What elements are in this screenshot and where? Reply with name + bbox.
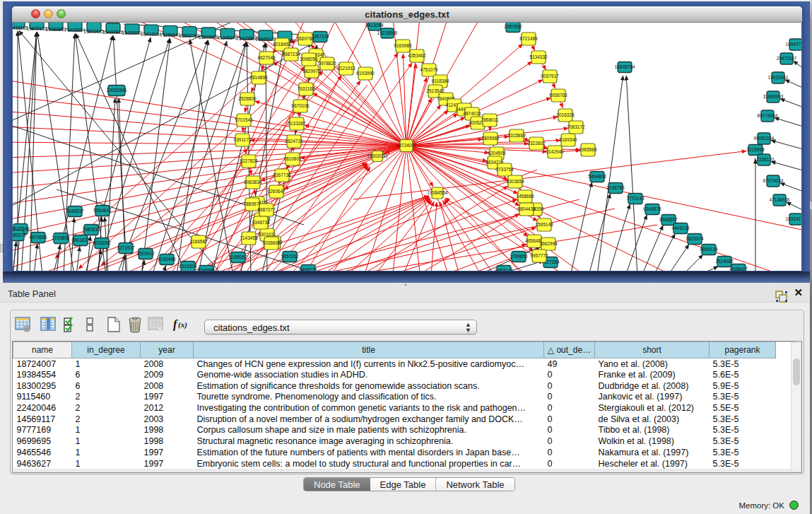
svg-text:18495931: 18495931 — [122, 30, 143, 35]
svg-text:3267736: 3267736 — [273, 173, 291, 177]
svg-text:9118384: 9118384 — [432, 78, 449, 83]
svg-text:6936763: 6936763 — [549, 93, 567, 98]
svg-text:0260647: 0260647 — [267, 189, 286, 194]
svg-text:3166587: 3166587 — [189, 239, 208, 244]
svg-text:41395376: 41395376 — [218, 35, 238, 40]
svg-text:8498776: 8498776 — [299, 267, 317, 271]
svg-text:6889373: 6889373 — [13, 233, 26, 238]
svg-text:9894134: 9894134 — [700, 247, 718, 252]
svg-text:0142940: 0142940 — [546, 149, 564, 154]
svg-text:4008427: 4008427 — [729, 267, 748, 271]
svg-text:5185067: 5185067 — [229, 255, 247, 259]
svg-text:12328120: 12328120 — [754, 157, 775, 162]
svg-text:2729806: 2729806 — [52, 235, 70, 240]
svg-text:16848784: 16848784 — [615, 64, 635, 69]
svg-text:31869993: 31869993 — [763, 94, 784, 99]
svg-text:9901627: 9901627 — [71, 238, 90, 243]
svg-text:67974034: 67974034 — [763, 178, 784, 183]
svg-text:6036690: 6036690 — [262, 240, 281, 245]
svg-text:9169985: 9169985 — [394, 43, 412, 48]
svg-text:6204505: 6204505 — [488, 151, 506, 156]
svg-text:1657262: 1657262 — [281, 254, 299, 259]
svg-text:8018451: 8018451 — [273, 42, 291, 47]
svg-text:6349578: 6349578 — [643, 206, 661, 211]
svg-text:19600133: 19600133 — [27, 26, 47, 31]
svg-text:8568557: 8568557 — [659, 217, 678, 222]
svg-text:4353462: 4353462 — [408, 53, 426, 58]
svg-text:79402654: 79402654 — [65, 28, 86, 33]
svg-text:86774964: 86774964 — [758, 113, 778, 118]
svg-text:1595148: 1595148 — [535, 222, 553, 227]
svg-text:19022941: 19022941 — [768, 75, 789, 80]
svg-text:7810801: 7810801 — [283, 156, 302, 161]
svg-text:3662994: 3662994 — [539, 241, 558, 246]
svg-text:9453147: 9453147 — [495, 268, 513, 271]
svg-text:4874016: 4874016 — [463, 111, 481, 116]
svg-text:7080531: 7080531 — [82, 227, 100, 232]
svg-text:5133387: 5133387 — [288, 121, 306, 126]
svg-text:2046537: 2046537 — [66, 209, 84, 214]
svg-text:0033092: 0033092 — [93, 240, 111, 245]
svg-text:9957773: 9957773 — [530, 253, 548, 258]
svg-text:2322602: 2322602 — [527, 141, 546, 146]
svg-text:0733754: 0733754 — [495, 167, 514, 172]
svg-text:4529912: 4529912 — [136, 251, 155, 256]
svg-text:5564641: 5564641 — [93, 208, 112, 213]
svg-text:0037917: 0037917 — [541, 74, 559, 78]
svg-text:18724007: 18724007 — [396, 143, 417, 148]
svg-text:8169340: 8169340 — [559, 137, 577, 142]
svg-text:6193990: 6193990 — [356, 71, 375, 76]
svg-text:3303654: 3303654 — [506, 179, 524, 184]
svg-text:3524082: 3524082 — [715, 259, 734, 264]
svg-text:7083172: 7083172 — [567, 124, 585, 129]
svg-text:2805982: 2805982 — [481, 136, 500, 141]
svg-text:89083863: 89083863 — [46, 27, 66, 32]
svg-text:03413164: 03413164 — [141, 32, 162, 37]
svg-text:4627048: 4627048 — [257, 55, 276, 60]
svg-text:0978820: 0978820 — [318, 61, 336, 66]
svg-text:4751079: 4751079 — [420, 67, 438, 72]
svg-text:2814893: 2814893 — [249, 75, 268, 80]
svg-text:2528809: 2528809 — [238, 96, 257, 101]
svg-text:3829973: 3829973 — [302, 69, 321, 74]
svg-text:4687234: 4687234 — [282, 52, 300, 57]
svg-text:8687277: 8687277 — [257, 207, 276, 212]
svg-text:19302033: 19302033 — [367, 153, 388, 158]
svg-text:8963834: 8963834 — [244, 180, 262, 185]
svg-text:59407816: 59407816 — [103, 30, 124, 35]
svg-text:2087652: 2087652 — [504, 24, 522, 29]
svg-text:83503056: 83503056 — [199, 35, 219, 40]
svg-text:1965569: 1965569 — [579, 147, 597, 152]
svg-text:19218506: 19218506 — [377, 30, 398, 35]
svg-text:8121913: 8121913 — [337, 66, 355, 71]
svg-text:7770143: 7770143 — [626, 196, 645, 201]
svg-text:5134332: 5134332 — [529, 54, 548, 59]
svg-text:23511615: 23511615 — [84, 29, 105, 34]
svg-text:6804436: 6804436 — [517, 206, 536, 211]
svg-text:8721489: 8721489 — [519, 36, 538, 41]
svg-text:7631165: 7631165 — [298, 86, 315, 91]
svg-text:92832764: 92832764 — [180, 33, 200, 38]
svg-text:3315869: 3315869 — [507, 133, 526, 138]
svg-text:4190496: 4190496 — [158, 257, 176, 262]
svg-text:20471167: 20471167 — [777, 56, 797, 61]
svg-text:7868011: 7868011 — [481, 117, 499, 122]
svg-text:72423884: 72423884 — [237, 36, 257, 41]
svg-text:99091334: 99091334 — [754, 136, 775, 141]
svg-text:2016328: 2016328 — [556, 112, 575, 117]
svg-text:3098050: 3098050 — [300, 57, 318, 62]
svg-text:2624731: 2624731 — [285, 139, 303, 144]
svg-text:75255341: 75255341 — [160, 33, 181, 37]
svg-text:1823374: 1823374 — [686, 236, 704, 241]
svg-text:6319314: 6319314 — [179, 264, 197, 269]
svg-text:3215958: 3215958 — [746, 147, 765, 152]
svg-text:20053346: 20053346 — [107, 88, 127, 93]
svg-text:19384554: 19384554 — [428, 190, 448, 195]
svg-text:5701543: 5701543 — [235, 117, 253, 122]
svg-text:5494808: 5494808 — [588, 174, 606, 179]
svg-text:7143455: 7143455 — [240, 235, 258, 240]
svg-text:4443135: 4443135 — [671, 226, 690, 230]
svg-text:3136783: 3136783 — [606, 185, 625, 190]
svg-text:9190586: 9190586 — [197, 268, 216, 271]
svg-text:1669784: 1669784 — [296, 36, 314, 41]
